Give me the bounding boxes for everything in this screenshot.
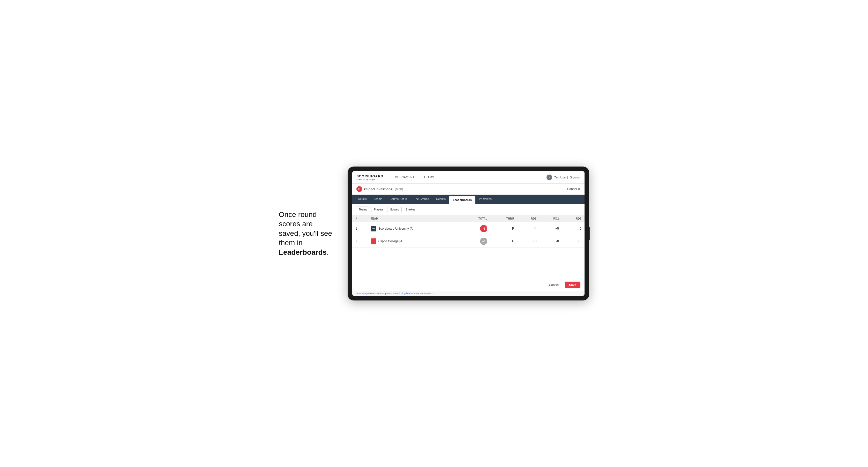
tab-results[interactable]: Results [432, 195, 449, 204]
nav-tournaments[interactable]: TOURNAMENTS [390, 171, 420, 183]
nav-teams[interactable]: TEAMS [420, 171, 438, 183]
tab-printables[interactable]: Printables [475, 195, 495, 204]
col-rd1: RD1 [517, 215, 539, 222]
desc-line4: them in [279, 239, 303, 247]
desc-line5-bold: Leaderboards [279, 248, 327, 256]
tab-bar: Details Teams Course Setup Tee Groups Re… [352, 195, 585, 204]
filter-scores[interactable]: Scores [387, 207, 402, 212]
nav-links: TOURNAMENTS TEAMS [390, 171, 438, 183]
row2-rd1: +8 [517, 235, 539, 248]
col-rank: # [352, 215, 368, 222]
left-description: Once round scores are saved, you'll see … [279, 210, 332, 257]
leaderboard-table: # TEAM TOTAL THRU RD1 RD2 RD3 1 [352, 215, 585, 248]
tournament-name: Clippd Invitational [364, 187, 393, 191]
desc-line3: saved, you'll see [279, 229, 332, 238]
col-team: TEAM [368, 215, 461, 222]
tab-details[interactable]: Details [354, 195, 370, 204]
desc-line1: Once round [279, 211, 317, 218]
row2-team-logo: C [371, 239, 376, 244]
tournament-icon: C [356, 186, 362, 192]
filter-teams[interactable]: Teams [356, 207, 370, 212]
page-wrapper: Once round scores are saved, you'll see … [279, 166, 589, 301]
sign-out-link[interactable]: Sign out [570, 176, 580, 179]
row2-rank: 2 [352, 235, 368, 248]
logo-sub: Powered by clippd [356, 178, 383, 181]
tournament-type: (Men) [395, 187, 403, 191]
filter-strokes[interactable]: Strokes [403, 207, 418, 212]
col-total: TOTAL [461, 215, 491, 222]
tablet-screen: SCOREBOARD Powered by clippd TOURNAMENTS… [352, 171, 585, 296]
status-url: https://stage-blue-coach.stagesscoreboar… [356, 292, 434, 295]
row1-total: -5 [461, 222, 491, 235]
save-button[interactable]: Save [565, 282, 580, 288]
col-rd2: RD2 [539, 215, 562, 222]
status-bar: https://stage-blue-coach.stagesscoreboar… [352, 291, 585, 296]
tab-leaderboards[interactable]: Leaderboards [449, 196, 475, 204]
tablet-side-button [589, 227, 590, 240]
content-spacer [352, 248, 585, 279]
logo-area: SCOREBOARD Powered by clippd [356, 174, 383, 181]
desc-punctuation: . [327, 248, 329, 256]
row1-team-logo: SU [371, 226, 376, 231]
row1-rd1: -4 [517, 222, 539, 235]
tab-course-setup[interactable]: Course Setup [386, 195, 410, 204]
row1-rank: 1 [352, 222, 368, 235]
row2-rd2: -8 [539, 235, 562, 248]
row1-thru: F [490, 222, 517, 235]
row1-rd3: -6 [562, 222, 585, 235]
row1-team: SU Scoreboard University [A] [368, 222, 461, 235]
nav-right: S Test User | Sign out [547, 175, 580, 180]
row2-team-name: Clippd College [A] [378, 240, 403, 243]
row1-team-name: Scoreboard University [A] [378, 227, 413, 230]
cancel-button[interactable]: Cancel [545, 282, 563, 288]
tournament-cancel-btn[interactable]: Cancel ✕ [567, 187, 580, 191]
table-row: 2 C Clippd College [A] +3 F +8 -8 [352, 235, 585, 248]
table-row: 1 SU Scoreboard University [A] -5 F -4 [352, 222, 585, 235]
row2-total-badge: +3 [480, 238, 487, 245]
modal-footer: Cancel Save [352, 279, 585, 291]
table-header-row: # TEAM TOTAL THRU RD1 RD2 RD3 [352, 215, 585, 222]
tablet-frame: SCOREBOARD Powered by clippd TOURNAMENTS… [348, 166, 589, 301]
row2-team: C Clippd College [A] [368, 235, 461, 248]
desc-line2: scores are [279, 220, 313, 228]
top-nav: SCOREBOARD Powered by clippd TOURNAMENTS… [352, 171, 585, 184]
tournament-header: C Clippd Invitational (Men) Cancel ✕ [352, 184, 585, 195]
row2-total: +3 [461, 235, 491, 248]
filter-players[interactable]: Players [371, 207, 386, 212]
col-rd3: RD3 [562, 215, 585, 222]
logo-title: SCOREBOARD [356, 174, 383, 178]
user-avatar: S [547, 175, 552, 180]
user-name: Test User | [554, 176, 568, 179]
filter-bar: Teams Players Scores Strokes [352, 204, 585, 215]
col-thru: THRU [490, 215, 517, 222]
row2-thru: F [490, 235, 517, 248]
row1-total-badge: -5 [480, 225, 487, 232]
tab-teams[interactable]: Teams [370, 195, 386, 204]
tab-tee-groups[interactable]: Tee Groups [410, 195, 432, 204]
row1-rd2: +5 [539, 222, 562, 235]
row2-rd3: +3 [562, 235, 585, 248]
